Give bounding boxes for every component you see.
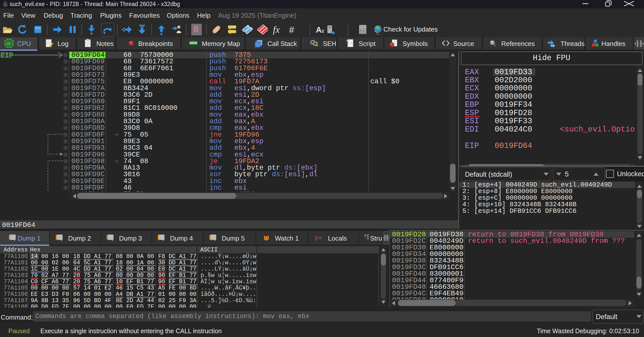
svg-text:=]: =]: [319, 235, 323, 241]
svg-text:32: 32: [4, 1, 6, 3]
svg-text:32: 32: [7, 42, 10, 45]
